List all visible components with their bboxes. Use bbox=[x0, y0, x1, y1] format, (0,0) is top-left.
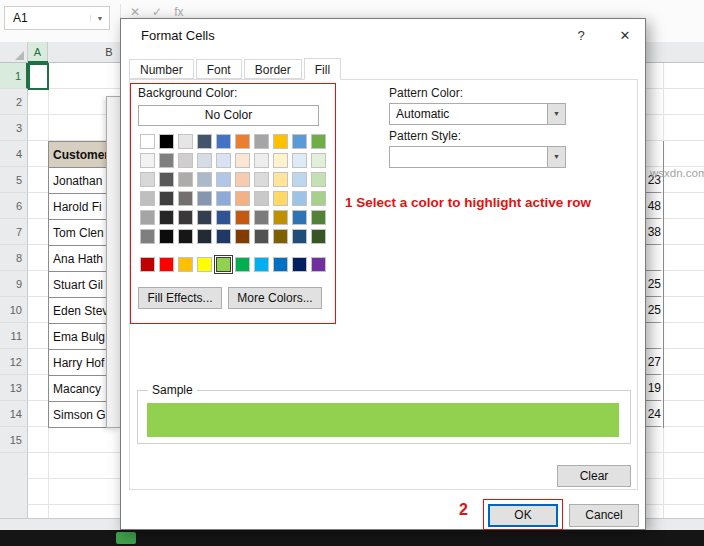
color-swatch[interactable] bbox=[178, 172, 193, 187]
color-swatch[interactable] bbox=[197, 210, 212, 225]
color-swatch[interactable] bbox=[159, 153, 174, 168]
table-cell-value[interactable]: 24 bbox=[644, 401, 661, 427]
table-cell-value[interactable]: 48 bbox=[644, 193, 661, 219]
color-swatch[interactable] bbox=[235, 153, 250, 168]
color-swatch[interactable] bbox=[235, 134, 250, 149]
cancel-button[interactable]: Cancel bbox=[569, 504, 639, 527]
row-header-14[interactable]: 14 bbox=[0, 401, 28, 427]
color-swatch-standard[interactable] bbox=[178, 257, 193, 272]
color-swatch[interactable] bbox=[254, 229, 269, 244]
insert-function-icon[interactable]: fx bbox=[174, 5, 183, 19]
color-swatch-standard-selected[interactable] bbox=[216, 257, 231, 272]
color-swatch-standard[interactable] bbox=[235, 257, 250, 272]
row-header-4[interactable]: 4 bbox=[0, 141, 28, 167]
color-swatch-standard[interactable] bbox=[140, 257, 155, 272]
color-swatch-standard[interactable] bbox=[311, 257, 326, 272]
enter-entry-icon[interactable]: ✓ bbox=[152, 5, 162, 19]
pattern-style-dropdown[interactable]: ▼ bbox=[389, 146, 566, 168]
color-swatch[interactable] bbox=[311, 134, 326, 149]
color-swatch[interactable] bbox=[273, 172, 288, 187]
color-swatch[interactable] bbox=[311, 210, 326, 225]
color-swatch[interactable] bbox=[159, 229, 174, 244]
color-swatch[interactable] bbox=[178, 134, 193, 149]
color-swatch[interactable] bbox=[254, 134, 269, 149]
color-swatch-standard[interactable] bbox=[273, 257, 288, 272]
color-swatch[interactable] bbox=[235, 210, 250, 225]
color-swatch[interactable] bbox=[216, 229, 231, 244]
color-swatch[interactable] bbox=[140, 210, 155, 225]
row-header-6[interactable]: 6 bbox=[0, 193, 28, 219]
tab-number[interactable]: Number bbox=[129, 59, 194, 79]
ok-button[interactable]: OK bbox=[488, 504, 558, 527]
name-box-value[interactable]: A1 bbox=[5, 11, 90, 25]
color-swatch[interactable] bbox=[216, 172, 231, 187]
name-box[interactable]: A1 ▼ bbox=[4, 6, 110, 30]
row-header-11[interactable]: 11 bbox=[0, 323, 28, 349]
color-swatch-standard[interactable] bbox=[159, 257, 174, 272]
color-swatch[interactable] bbox=[159, 210, 174, 225]
active-cell-a1[interactable] bbox=[28, 63, 49, 90]
row-header-10[interactable]: 10 bbox=[0, 297, 28, 323]
row-header-9[interactable]: 9 bbox=[0, 271, 28, 297]
table-cell-value[interactable] bbox=[644, 245, 661, 271]
table-cell-value[interactable]: 19 bbox=[644, 375, 661, 401]
color-swatch[interactable] bbox=[178, 229, 193, 244]
name-box-dropdown-icon[interactable]: ▼ bbox=[90, 15, 109, 22]
color-swatch[interactable] bbox=[140, 172, 155, 187]
table-cell-value[interactable]: 27 bbox=[644, 349, 661, 375]
pattern-color-value[interactable]: Automatic bbox=[390, 104, 547, 124]
fill-effects-button[interactable]: Fill Effects... bbox=[138, 287, 222, 309]
color-swatch[interactable] bbox=[311, 191, 326, 206]
color-swatch[interactable] bbox=[311, 153, 326, 168]
table-cell-value[interactable] bbox=[644, 323, 661, 349]
color-swatch[interactable] bbox=[216, 210, 231, 225]
color-swatch[interactable] bbox=[216, 153, 231, 168]
row-header-5[interactable]: 5 bbox=[0, 167, 28, 193]
color-swatch[interactable] bbox=[140, 153, 155, 168]
color-swatch[interactable] bbox=[254, 172, 269, 187]
color-swatch[interactable] bbox=[292, 229, 307, 244]
row-header-8[interactable]: 8 bbox=[0, 245, 28, 271]
more-colors-button[interactable]: More Colors... bbox=[228, 287, 322, 309]
close-icon[interactable]: ✕ bbox=[611, 26, 639, 46]
color-swatch[interactable] bbox=[216, 191, 231, 206]
color-swatch[interactable] bbox=[178, 191, 193, 206]
color-swatch[interactable] bbox=[178, 153, 193, 168]
color-swatch[interactable] bbox=[235, 191, 250, 206]
color-swatch[interactable] bbox=[254, 191, 269, 206]
color-swatch[interactable] bbox=[197, 229, 212, 244]
excel-taskbar-icon[interactable] bbox=[116, 532, 136, 544]
color-swatch[interactable] bbox=[197, 153, 212, 168]
row-header-13[interactable]: 13 bbox=[0, 375, 28, 401]
color-swatch[interactable] bbox=[159, 172, 174, 187]
pattern-color-dropdown[interactable]: Automatic ▼ bbox=[389, 103, 566, 125]
color-swatch[interactable] bbox=[273, 210, 288, 225]
color-swatch-standard[interactable] bbox=[254, 257, 269, 272]
column-header-a[interactable]: A bbox=[28, 42, 48, 63]
color-swatch[interactable] bbox=[292, 210, 307, 225]
chevron-down-icon[interactable]: ▼ bbox=[547, 104, 565, 124]
color-swatch[interactable] bbox=[140, 134, 155, 149]
color-swatch[interactable] bbox=[292, 153, 307, 168]
row-header-2[interactable]: 2 bbox=[0, 89, 28, 115]
row-header-1[interactable]: 1 bbox=[0, 63, 28, 89]
no-color-button[interactable]: No Color bbox=[138, 105, 319, 126]
color-swatch[interactable] bbox=[197, 191, 212, 206]
color-swatch[interactable] bbox=[216, 134, 231, 149]
help-icon[interactable]: ? bbox=[569, 26, 593, 46]
color-swatch[interactable] bbox=[273, 229, 288, 244]
color-swatch[interactable] bbox=[273, 134, 288, 149]
color-swatch[interactable] bbox=[140, 229, 155, 244]
color-swatch-standard[interactable] bbox=[292, 257, 307, 272]
color-swatch[interactable] bbox=[178, 210, 193, 225]
color-swatch[interactable] bbox=[273, 191, 288, 206]
color-swatch[interactable] bbox=[254, 153, 269, 168]
color-swatch[interactable] bbox=[311, 172, 326, 187]
color-swatch[interactable] bbox=[311, 229, 326, 244]
color-swatch[interactable] bbox=[159, 191, 174, 206]
color-swatch[interactable] bbox=[292, 134, 307, 149]
color-swatch[interactable] bbox=[273, 153, 288, 168]
row-header-12[interactable]: 12 bbox=[0, 349, 28, 375]
tab-font[interactable]: Font bbox=[196, 59, 242, 79]
color-swatch[interactable] bbox=[140, 191, 155, 206]
